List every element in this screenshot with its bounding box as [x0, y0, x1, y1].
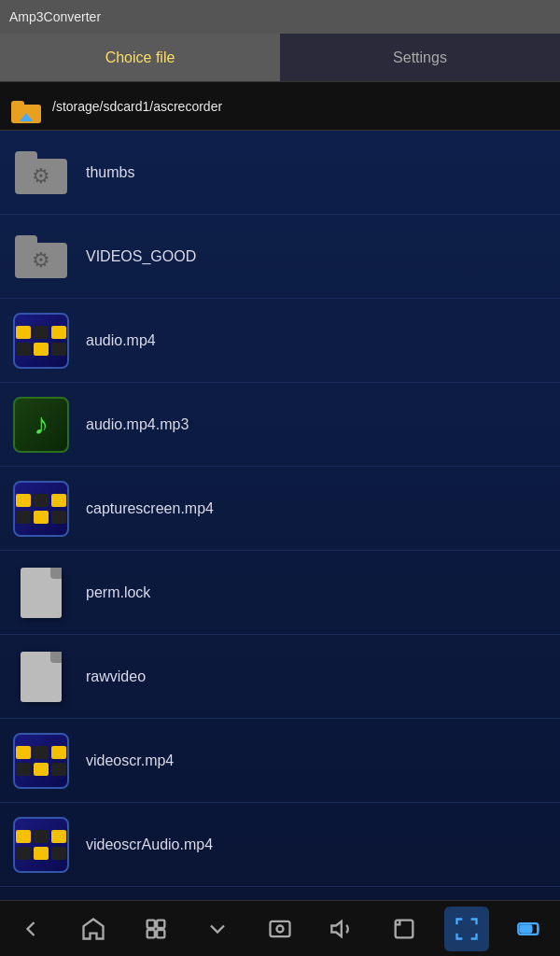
file-name: VIDEOS_GOOD: [86, 248, 196, 265]
list-item[interactable]: ♪ audio.mp4.mp3: [0, 383, 560, 467]
file-list: ⚙ thumbs ⚙ VIDEOS_GOOD: [0, 131, 560, 900]
svg-rect-3: [157, 930, 164, 937]
list-item[interactable]: videoscrAudio.mp4: [0, 803, 560, 887]
svg-rect-2: [147, 930, 154, 937]
rotate-button[interactable]: [382, 907, 427, 951]
video-file-icon: [11, 815, 71, 875]
folder-icon: ⚙: [11, 143, 71, 203]
svg-point-5: [276, 925, 283, 932]
tab-choice-file[interactable]: Choice file: [0, 34, 280, 81]
up-folder-button[interactable]: [9, 90, 43, 123]
tab-settings[interactable]: Settings: [280, 34, 560, 81]
back-button[interactable]: [8, 907, 53, 951]
list-item[interactable]: ⚙ VIDEOS_GOOD: [0, 215, 560, 299]
file-name: capturescreen.mp4: [86, 500, 214, 517]
folder-icon: ⚙: [11, 227, 71, 287]
list-item[interactable]: perm.lock: [0, 551, 560, 635]
svg-rect-9: [520, 925, 531, 932]
video-file-icon: [11, 311, 71, 371]
generic-file-icon: [11, 647, 71, 707]
title-bar: Amp3Converter: [0, 0, 560, 34]
volume-button[interactable]: [320, 907, 365, 951]
menu-button[interactable]: [195, 907, 240, 951]
svg-rect-7: [396, 920, 413, 937]
nav-bar: [0, 900, 560, 956]
svg-marker-6: [331, 921, 342, 935]
file-name: rawvideo: [86, 668, 146, 685]
app-title: Amp3Converter: [9, 9, 101, 24]
file-name: videoscrAudio.mp4: [86, 836, 213, 853]
fullscreen-button[interactable]: [444, 907, 489, 951]
file-name: audio.mp4.mp3: [86, 416, 189, 433]
video-file-icon: [11, 731, 71, 791]
list-item[interactable]: audio.mp4: [0, 299, 560, 383]
generic-file-icon: [11, 563, 71, 623]
recents-button[interactable]: [133, 907, 178, 951]
file-name: thumbs: [86, 164, 134, 181]
tab-bar: Choice file Settings: [0, 34, 560, 82]
file-name: videoscr.mp4: [86, 752, 174, 769]
audio-file-icon: ♪: [11, 395, 71, 455]
list-item[interactable]: capturescreen.mp4: [0, 467, 560, 551]
file-name: perm.lock: [86, 584, 150, 601]
list-item[interactable]: ⚙ thumbs: [0, 131, 560, 215]
current-path: /storage/sdcard1/ascrecorder: [52, 99, 222, 114]
list-item[interactable]: rawvideo: [0, 635, 560, 719]
screenshot-button[interactable]: [258, 907, 302, 951]
file-name: audio.mp4: [86, 332, 156, 349]
svg-rect-0: [147, 920, 154, 927]
home-button[interactable]: [71, 907, 116, 951]
svg-rect-4: [270, 921, 289, 935]
video-file-icon: [11, 479, 71, 539]
svg-rect-1: [157, 920, 164, 927]
path-bar[interactable]: /storage/sdcard1/ascrecorder: [0, 82, 560, 131]
battery-icon: [507, 907, 552, 951]
list-item[interactable]: videoscr.mp4: [0, 719, 560, 803]
